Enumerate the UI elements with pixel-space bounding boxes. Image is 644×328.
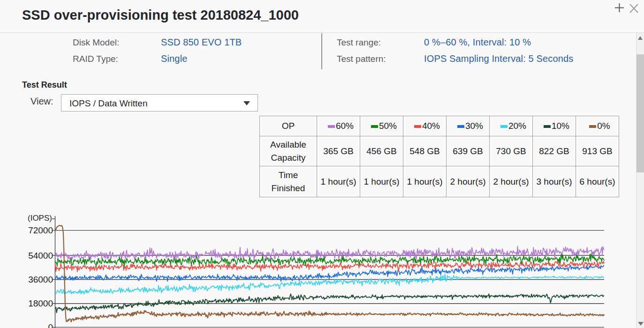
svg-text:72000: 72000 <box>28 225 53 235</box>
svg-text:54000: 54000 <box>28 251 53 261</box>
svg-text:18000: 18000 <box>28 298 53 308</box>
svg-text:0: 0 <box>48 322 53 328</box>
svg-text:36000: 36000 <box>28 275 53 284</box>
svg-text:(IOPS): (IOPS) <box>28 214 52 223</box>
